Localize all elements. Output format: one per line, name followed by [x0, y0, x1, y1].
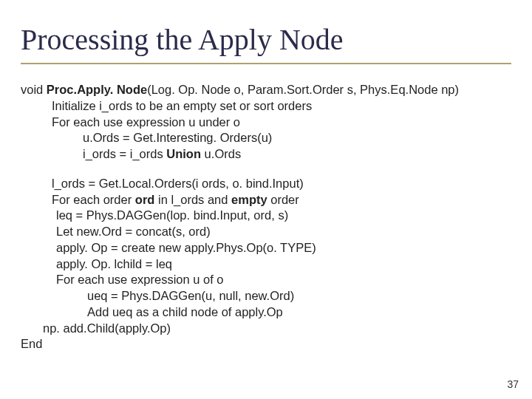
text: i_ords = i_ords [83, 147, 166, 160]
text-bold: Union [166, 147, 201, 160]
code-line: For each order ord in l_ords and empty o… [52, 192, 511, 208]
code-line: u.Ords = Get.Interesting. Orders(u) [83, 130, 511, 146]
text-bold: Proc.Apply. Node [47, 83, 147, 96]
code-line: i_ords = i_ords Union u.Ords [83, 146, 511, 163]
text: For each order [52, 193, 135, 206]
spacer [21, 163, 511, 176]
text-bold: empty [231, 193, 267, 206]
pseudocode-block: void Proc.Apply. Node(Log. Op. Node o, P… [21, 82, 511, 352]
code-line: leq = Phys.DAGGen(lop. bind.Input, ord, … [56, 208, 511, 224]
text: void [21, 83, 47, 96]
code-line: l_ords = Get.Local.Orders(i ords, o. bin… [52, 176, 511, 192]
text: order [267, 193, 299, 206]
code-line: Let new.Ord = concat(s, ord) [56, 224, 511, 240]
slide-title: Processing the Apply Node [21, 22, 511, 64]
text: u.Ords [201, 147, 241, 160]
slide: Processing the Apply Node void Proc.Appl… [0, 0, 532, 399]
page-number: 37 [507, 378, 519, 390]
code-line: void Proc.Apply. Node(Log. Op. Node o, P… [21, 82, 511, 98]
code-line: For each use expression u of o [56, 272, 511, 288]
code-line: Initialize i_ords to be an empty set or … [52, 98, 511, 115]
text: in l_ords and [154, 193, 231, 206]
text: (Log. Op. Node o, Param.Sort.Order s, Ph… [147, 83, 459, 96]
code-line: apply. Op = create new apply.Phys.Op(o. … [56, 240, 511, 256]
code-line: For each use expression u under o [52, 115, 511, 131]
code-line: apply. Op. lchild = leq [56, 256, 511, 273]
code-line: Add ueq as a child node of apply.Op [87, 304, 511, 321]
code-line: ueq = Phys.DAGGen(u, null, new.Ord) [87, 288, 511, 304]
code-line: End [21, 336, 511, 352]
text-bold: ord [135, 193, 155, 206]
code-line: np. add.Child(apply.Op) [43, 321, 511, 337]
